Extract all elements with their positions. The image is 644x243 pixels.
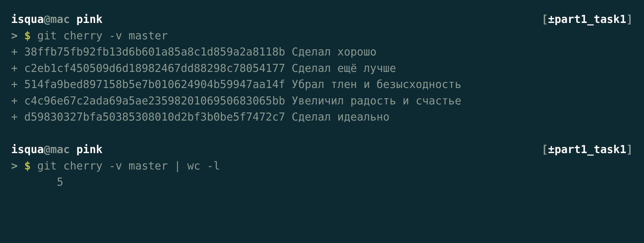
prompt-host: mac [50,13,70,25]
prompt-right-2: [±part1_task1] [542,141,633,158]
commit-row: + c2eb1cf450509d6d18982467dd88298c780541… [11,60,633,77]
plusminus-icon: ± [548,143,555,156]
prompt-dir: pink [76,13,102,25]
commit-plus: + [11,62,24,74]
commit-row: + d59830327bfa50385308010d2bf3b0be5f7472… [11,109,633,125]
commit-sep [285,46,292,58]
prompt-sep [70,143,76,156]
terminal[interactable]: isqua@mac pink [±part1_task1] > $ git ch… [0,0,644,190]
command-row-2: > $ git cherry -v master | wc -l [11,158,633,174]
prompt-sep [70,13,76,25]
commit-msg: Сделал идеально [292,111,389,123]
command-text-2: git cherry -v master | wc -l [37,160,220,172]
prompt-at: @ [44,13,50,25]
wc-output: 5 [11,174,633,190]
prompt-user: isqua [11,13,44,25]
commit-hash: c4c96e67c2ada69a5ae2359820106950683065bb [24,95,285,107]
commit-plus: + [11,46,24,58]
command-row-1: > $ git cherry -v master [11,28,633,44]
prompt-host: mac [50,143,70,156]
commit-hash: 38ffb75fb92fb13d6b601a85a8c1d859a2a8118b [24,46,285,58]
prompt-sp [31,160,37,172]
prompt-left-1: isqua@mac pink [11,11,102,28]
commit-hash: 514fa9bed897158b5e7b010624904b59947aa14f [24,78,285,91]
bracket-open: [ [542,13,548,25]
prompt-right-1: [±part1_task1] [542,11,633,28]
prompt-gt: > [11,160,24,172]
commit-plus: + [11,111,24,123]
prompt-at: @ [44,143,50,156]
commit-hash: c2eb1cf450509d6d18982467dd88298c78054177 [24,62,285,74]
commit-msg: Убрал тлен и безысходность [292,78,461,91]
commit-sep [285,78,292,91]
commit-plus: + [11,95,24,107]
commit-row: + 514fa9bed897158b5e7b010624904b59947aa1… [11,76,633,93]
bracket-close: ] [626,13,633,25]
commit-sep [285,95,292,107]
git-branch: part1_task1 [555,13,626,25]
commit-hash: d59830327bfa50385308010d2bf3b0be5f7472c7 [24,111,285,123]
commit-msg: Сделал хорошо [292,46,376,58]
bracket-close: ] [626,143,633,156]
commit-msg: Сделал ещё лучше [292,62,396,74]
prompt-row-2: isqua@mac pink [±part1_task1] [11,141,633,158]
commit-sep [285,111,292,123]
git-branch: part1_task1 [555,143,626,156]
commit-sep [285,62,292,74]
bracket-open: [ [542,143,548,156]
commit-msg: Увеличил радость и счастье [292,95,461,107]
prompt-user: isqua [11,143,44,156]
commit-plus: + [11,78,24,91]
prompt-sp [31,29,37,42]
prompt-left-2: isqua@mac pink [11,141,102,158]
command-text-1: git cherry -v master [37,29,168,42]
commit-row: + 38ffb75fb92fb13d6b601a85a8c1d859a2a811… [11,44,633,60]
plusminus-icon: ± [548,13,555,25]
prompt-dollar: $ [24,160,31,172]
blank-line [11,125,633,142]
prompt-row-1: isqua@mac pink [±part1_task1] [11,11,633,28]
prompt-gt: > [11,29,24,42]
commit-row: + c4c96e67c2ada69a5ae2359820106950683065… [11,93,633,109]
prompt-dir: pink [76,143,102,156]
prompt-dollar: $ [24,29,31,42]
